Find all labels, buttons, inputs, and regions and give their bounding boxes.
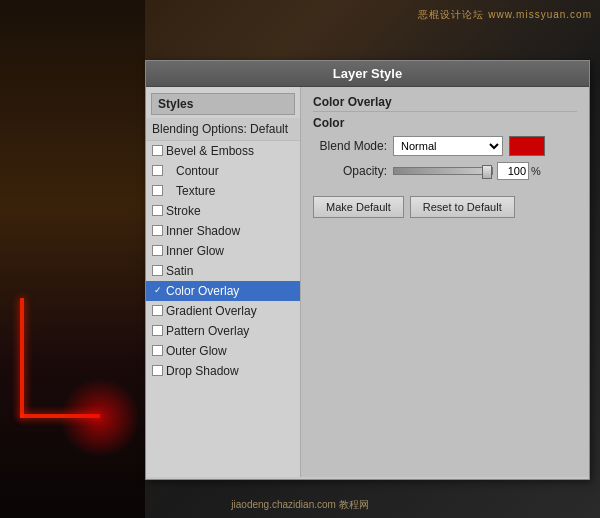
sidebar-item-inner-shadow[interactable]: Inner Shadow (146, 221, 300, 241)
sidebar-item-color-overlay[interactable]: Color Overlay (146, 281, 300, 301)
color-swatch[interactable] (509, 136, 545, 156)
red-glow-effect (60, 378, 140, 458)
checkbox-texture[interactable] (152, 185, 163, 196)
checkbox-stroke[interactable] (152, 205, 163, 216)
opacity-slider-thumb[interactable] (482, 165, 492, 179)
options-panel: Color Overlay Color Blend Mode: Normal D… (301, 87, 589, 477)
sidebar-item-satin[interactable]: Satin (146, 261, 300, 281)
checkbox-satin[interactable] (152, 265, 163, 276)
red-line-left (20, 298, 24, 418)
reset-default-button[interactable]: Reset to Default (410, 196, 515, 218)
opacity-value-input[interactable]: 100 (497, 162, 529, 180)
section-title: Color Overlay (313, 95, 577, 112)
checkbox-inner-glow[interactable] (152, 245, 163, 256)
percent-label: % (531, 165, 541, 177)
dialog-title: Layer Style (333, 66, 402, 81)
button-row: Make Default Reset to Default (313, 196, 577, 218)
opacity-label: Opacity: (313, 164, 393, 178)
sidebar-item-gradient-overlay[interactable]: Gradient Overlay (146, 301, 300, 321)
sidebar-item-drop-shadow[interactable]: Drop Shadow (146, 361, 300, 381)
sidebar-item-inner-glow[interactable]: Inner Glow (146, 241, 300, 261)
layer-style-dialog: Layer Style Styles Blending Options: Def… (145, 60, 590, 480)
opacity-slider-track[interactable] (393, 167, 493, 175)
blending-options-item[interactable]: Blending Options: Default (146, 118, 300, 141)
make-default-button[interactable]: Make Default (313, 196, 404, 218)
checkbox-contour[interactable] (152, 165, 163, 176)
checkbox-gradient-overlay[interactable] (152, 305, 163, 316)
checkbox-inner-shadow[interactable] (152, 225, 163, 236)
checkbox-pattern-overlay[interactable] (152, 325, 163, 336)
sidebar-item-bevel-emboss[interactable]: Bevel & Emboss (146, 141, 300, 161)
sidebar-item-texture[interactable]: Texture (146, 181, 300, 201)
color-subsection-title: Color (313, 116, 577, 130)
checkbox-bevel-emboss[interactable] (152, 145, 163, 156)
sidebar-item-contour[interactable]: Contour (146, 161, 300, 181)
blend-mode-select[interactable]: Normal Dissolve Multiply Screen Overlay (393, 136, 503, 156)
opacity-slider-container: 100 % (393, 162, 541, 180)
opacity-row: Opacity: 100 % (313, 162, 577, 180)
checkbox-outer-glow[interactable] (152, 345, 163, 356)
sidebar-item-stroke[interactable]: Stroke (146, 201, 300, 221)
styles-panel: Styles Blending Options: Default Bevel &… (146, 87, 301, 477)
sidebar-item-outer-glow[interactable]: Outer Glow (146, 341, 300, 361)
checkbox-color-overlay[interactable] (152, 285, 163, 296)
styles-header[interactable]: Styles (151, 93, 295, 115)
blend-mode-row: Blend Mode: Normal Dissolve Multiply Scr… (313, 136, 577, 156)
blend-mode-label: Blend Mode: (313, 139, 393, 153)
sidebar-item-pattern-overlay[interactable]: Pattern Overlay (146, 321, 300, 341)
dialog-titlebar: Layer Style (146, 61, 589, 87)
dialog-body: Styles Blending Options: Default Bevel &… (146, 87, 589, 477)
watermark-top: 恶棍设计论坛 www.missyuan.com (418, 8, 592, 22)
checkbox-drop-shadow[interactable] (152, 365, 163, 376)
watermark-bottom: jiaodeng.chazidian.com 教程网 (231, 498, 368, 512)
